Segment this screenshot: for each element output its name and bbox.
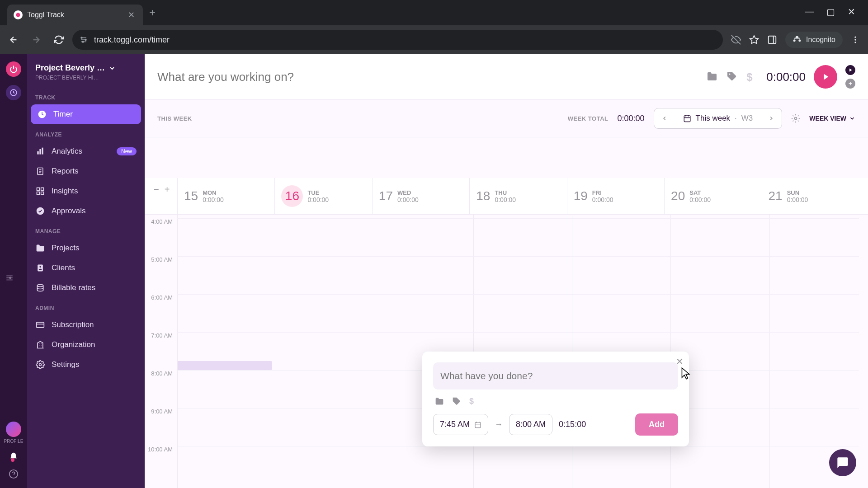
- calendar-column[interactable]: [276, 215, 374, 488]
- day-total: 0:00:00: [397, 196, 419, 203]
- rail-clock-icon[interactable]: [6, 85, 21, 100]
- day-header[interactable]: 21 SUN 0:00:00: [762, 178, 859, 214]
- zoom-in-button[interactable]: +: [165, 184, 170, 195]
- maximize-icon[interactable]: ▢: [826, 6, 835, 17]
- view-selector[interactable]: WEEK VIEW: [809, 115, 855, 122]
- entry-description-input[interactable]: [433, 362, 678, 389]
- nav-label: Approvals: [52, 206, 86, 216]
- close-icon[interactable]: ✕: [676, 356, 684, 367]
- timer-mode-icon[interactable]: [845, 65, 855, 75]
- day-total: 0:00:00: [592, 196, 613, 203]
- nav-label: Settings: [52, 360, 79, 369]
- reload-button[interactable]: [50, 31, 68, 49]
- project-folder-icon[interactable]: [435, 397, 444, 406]
- sidebar-item-subscription[interactable]: Subscription: [27, 315, 145, 335]
- svg-rect-20: [37, 188, 40, 191]
- prev-week-button[interactable]: [654, 110, 675, 127]
- incognito-chip[interactable]: Incognito: [785, 32, 843, 48]
- document-icon: [35, 167, 45, 176]
- day-header[interactable]: 19 FRI 0:00:00: [567, 178, 664, 214]
- day-header[interactable]: 16 TUE 0:00:00: [274, 178, 372, 214]
- window-controls: ― ▢ ✕: [796, 0, 864, 17]
- tab-close-icon[interactable]: ✕: [126, 8, 137, 22]
- zoom-out-button[interactable]: −: [154, 184, 159, 195]
- calendar-column[interactable]: [177, 215, 276, 488]
- day-number: 16: [281, 185, 303, 207]
- timer-description-input[interactable]: [157, 70, 698, 84]
- nav-label: Subscription: [52, 320, 94, 329]
- date-range-button[interactable]: This week · W3: [675, 108, 761, 128]
- help-icon[interactable]: [9, 469, 19, 479]
- day-total: 0:00:00: [307, 196, 329, 203]
- time-label: 6:00 AM: [145, 294, 177, 332]
- billable-dollar-icon[interactable]: $: [746, 71, 758, 83]
- sidebar-item-billable[interactable]: Billable rates: [27, 278, 145, 298]
- side-panel-icon[interactable]: [767, 35, 777, 45]
- back-button[interactable]: [5, 31, 23, 49]
- day-header[interactable]: 15 MON 0:00:00: [177, 178, 274, 214]
- end-time-input[interactable]: 8:00 AM: [509, 414, 552, 435]
- add-button[interactable]: Add: [635, 413, 678, 436]
- start-time-input[interactable]: 7:45 AM: [433, 414, 488, 435]
- sidebar-item-settings[interactable]: Settings: [27, 355, 145, 375]
- day-header[interactable]: 18 THU 0:00:00: [469, 178, 566, 214]
- new-tab-button[interactable]: +: [143, 6, 162, 19]
- bookmark-star-icon[interactable]: [749, 35, 759, 45]
- chat-fab[interactable]: [829, 449, 856, 476]
- workspace-selector[interactable]: Project Beverly … PROJECT BEVERLY HI…: [27, 61, 145, 87]
- sidebar-item-timer[interactable]: Timer: [31, 104, 141, 124]
- play-button[interactable]: [814, 65, 837, 89]
- svg-point-27: [37, 285, 43, 287]
- main-content: $ 0:00:00 THIS WEEK WEEK TOTAL 0:00:00 T…: [145, 54, 868, 488]
- close-window-icon[interactable]: ✕: [848, 6, 855, 17]
- gear-icon: [35, 360, 45, 369]
- next-week-button[interactable]: [761, 110, 782, 127]
- url-text: track.toggl.com/timer: [94, 35, 170, 45]
- sidebar-item-reports[interactable]: Reports: [27, 161, 145, 181]
- sidebar-item-approvals[interactable]: Approvals: [27, 201, 145, 221]
- section-track: TRACK: [27, 87, 145, 104]
- rail-power-icon[interactable]: [6, 61, 21, 77]
- week-header: THIS WEEK WEEK TOTAL 0:00:00 This week ·…: [145, 100, 868, 137]
- collapse-sidebar-icon[interactable]: [3, 271, 16, 285]
- minimize-icon[interactable]: ―: [805, 6, 814, 17]
- bell-icon[interactable]: [9, 452, 18, 461]
- forward-button[interactable]: [27, 31, 45, 49]
- tag-icon[interactable]: [726, 71, 738, 83]
- avatar: [6, 422, 21, 437]
- browser-tab[interactable]: Toggl Track ✕: [7, 5, 143, 25]
- hide-eye-icon[interactable]: [731, 35, 741, 45]
- coin-icon: [35, 283, 45, 292]
- sidebar-item-organization[interactable]: Organization: [27, 335, 145, 355]
- calendar-column[interactable]: [769, 215, 868, 488]
- url-box[interactable]: track.toggl.com/timer: [72, 30, 723, 50]
- this-week-label: THIS WEEK: [157, 115, 192, 122]
- sidebar-item-clients[interactable]: Clients: [27, 258, 145, 278]
- sidebar-item-analytics[interactable]: Analytics New: [27, 141, 145, 161]
- svg-marker-4: [750, 36, 758, 43]
- nav-label: Insights: [52, 187, 78, 196]
- svg-rect-32: [684, 116, 690, 122]
- day-header[interactable]: 17 WED 0:00:00: [372, 178, 469, 214]
- browser-menu-icon[interactable]: [851, 35, 860, 44]
- workspace-sub: PROJECT BEVERLY HI…: [35, 75, 137, 81]
- svg-point-0: [16, 13, 20, 17]
- clock-icon: [37, 110, 47, 119]
- folder-icon: [35, 244, 45, 253]
- sidebar-item-insights[interactable]: Insights: [27, 181, 145, 201]
- profile-section[interactable]: PROFILE: [4, 422, 24, 444]
- day-header[interactable]: 20 SAT 0:00:00: [664, 178, 761, 214]
- calendar-column[interactable]: [670, 215, 769, 488]
- view-settings-icon[interactable]: [791, 114, 800, 123]
- week-total-value: 0:00:00: [618, 114, 645, 123]
- sidebar-item-projects[interactable]: Projects: [27, 238, 145, 258]
- manual-mode-icon[interactable]: [845, 79, 855, 89]
- time-label: 8:00 AM: [145, 370, 177, 408]
- nav-label: Timer: [53, 110, 73, 119]
- day-abbr: MON: [203, 189, 224, 196]
- tag-icon[interactable]: [452, 397, 461, 406]
- project-folder-icon[interactable]: [707, 71, 718, 83]
- sidebar: Project Beverly … PROJECT BEVERLY HI… TR…: [27, 54, 145, 488]
- billable-dollar-icon[interactable]: $: [469, 397, 474, 406]
- site-settings-icon[interactable]: [80, 36, 88, 44]
